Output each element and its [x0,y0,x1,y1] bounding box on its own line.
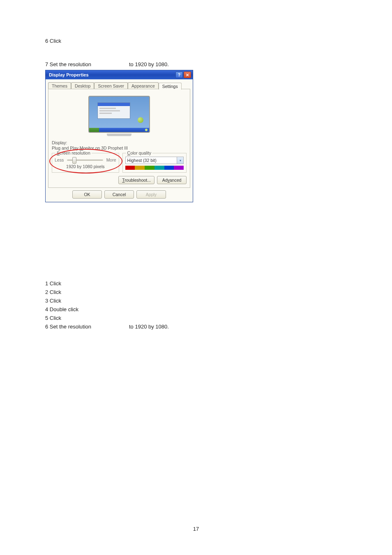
less-label: Less [55,157,64,162]
tab-screen-saver[interactable]: Screen Saver [94,82,128,89]
color-quality-combo[interactable]: Highest (32 bit) ▾ [125,157,184,164]
screen-resolution-legend: Screen resolution [55,150,92,155]
dialog-titlebar: Display Properties ? ✕ [46,70,193,79]
step-6-top: 6 Click [45,38,347,44]
step-2-bottom: 2 Click [45,289,347,295]
color-quality-legend: Color quality [126,150,152,155]
step-7-label: 7 Set the resolution [45,61,129,67]
display-text: Plug and Play Monitor on 3D Prophet III [52,146,187,150]
monitor-preview [52,96,187,136]
page-number: 17 [0,526,392,532]
tab-themes[interactable]: Themes [48,82,71,89]
color-quality-selected: Highest (32 bit) [126,158,177,163]
display-properties-dialog: Display Properties ? ✕ Themes Desktop Sc… [45,70,193,202]
troubleshoot-button[interactable]: Troubleshoot... [118,176,154,184]
chevron-down-icon[interactable]: ▾ [177,157,183,164]
step-6-bottom-label: 6 Set the resolution [45,324,129,330]
step-6-bottom: 6 Set the resolution to 1920 by 1080. [45,324,347,330]
settings-panel: Display: Plug and Play Monitor on 3D Pro… [48,89,190,188]
ok-button[interactable]: OK [72,190,102,199]
screen-resolution-group: Screen resolution Less More 1920 by 1080… [52,153,119,173]
step-1-bottom: 1 Click [45,280,347,287]
advanced-button[interactable]: Advanced [157,176,187,184]
apply-button[interactable]: Apply [136,190,166,199]
tabs: Themes Desktop Screen Saver Appearance S… [48,81,190,89]
resolution-value: 1920 by 1080 pixels [55,164,116,169]
resolution-slider[interactable] [65,157,104,163]
step-4-bottom: 4 Double click [45,306,347,312]
close-button[interactable]: ✕ [184,72,191,78]
help-button[interactable]: ? [175,72,183,78]
dialog-title: Display Properties [49,72,175,77]
more-label: More [106,157,116,162]
tab-settings[interactable]: Settings [159,83,182,90]
color-gradient-bar [125,166,184,170]
step-7-top: 7 Set the resolution to 1920 by 1080. [45,61,347,67]
tab-desktop[interactable]: Desktop [71,82,95,89]
step-3-bottom: 3 Click [45,298,347,304]
cancel-button[interactable]: Cancel [104,190,134,199]
step-6-bottom-value: to 1920 by 1080. [129,324,169,330]
color-quality-group: Color quality Highest (32 bit) ▾ [122,153,187,173]
tab-appearance[interactable]: Appearance [128,82,159,89]
step-5-bottom: 5 Click [45,315,347,321]
step-7-value: to 1920 by 1080. [129,61,169,67]
display-label: Display: [52,140,187,145]
